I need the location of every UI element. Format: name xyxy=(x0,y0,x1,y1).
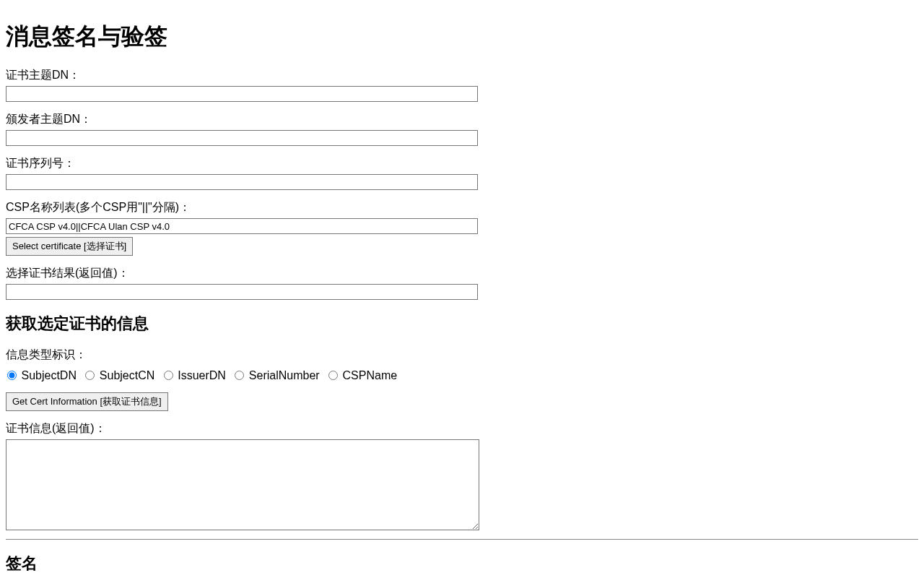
radio-serial-number[interactable] xyxy=(235,371,244,380)
radio-group-info-type: SubjectDN SubjectCN IssuerDN SerialNumbe… xyxy=(6,368,918,382)
divider xyxy=(6,539,918,540)
radio-subject-dn[interactable] xyxy=(7,371,17,380)
radio-label-subject-cn[interactable]: SubjectCN xyxy=(100,369,154,381)
label-serial: 证书序列号： xyxy=(6,156,918,171)
input-subject-dn[interactable] xyxy=(6,86,478,102)
label-cert-info-result: 证书信息(返回值)： xyxy=(6,421,918,436)
heading-cert-info: 获取选定证书的信息 xyxy=(6,313,918,335)
textarea-cert-info-result[interactable] xyxy=(6,439,479,530)
select-certificate-button[interactable]: Select certificate [选择证书] xyxy=(6,237,133,256)
label-info-type: 信息类型标识： xyxy=(6,348,918,363)
radio-label-serial-number[interactable]: SerialNumber xyxy=(249,369,320,381)
input-select-result[interactable] xyxy=(6,284,478,300)
get-cert-info-button[interactable]: Get Cert Information [获取证书信息] xyxy=(6,392,168,411)
radio-issuer-dn[interactable] xyxy=(164,371,173,380)
radio-label-issuer-dn[interactable]: IssuerDN xyxy=(178,369,226,381)
radio-subject-cn[interactable] xyxy=(85,371,95,380)
input-serial[interactable] xyxy=(6,174,478,190)
page-title: 消息签名与验签 xyxy=(6,21,918,53)
input-issuer-dn[interactable] xyxy=(6,130,478,146)
label-issuer-dn: 颁发者主题DN： xyxy=(6,112,918,127)
radio-label-subject-dn[interactable]: SubjectDN xyxy=(21,369,76,381)
label-subject-dn: 证书主题DN： xyxy=(6,68,918,83)
heading-sign: 签名 xyxy=(6,553,918,574)
radio-csp-name[interactable] xyxy=(328,371,338,380)
radio-label-csp-name[interactable]: CSPName xyxy=(343,369,398,381)
label-csp-list: CSP名称列表(多个CSP用"||"分隔)： xyxy=(6,200,918,215)
label-select-result: 选择证书结果(返回值)： xyxy=(6,266,918,281)
input-csp-list[interactable] xyxy=(6,218,478,234)
